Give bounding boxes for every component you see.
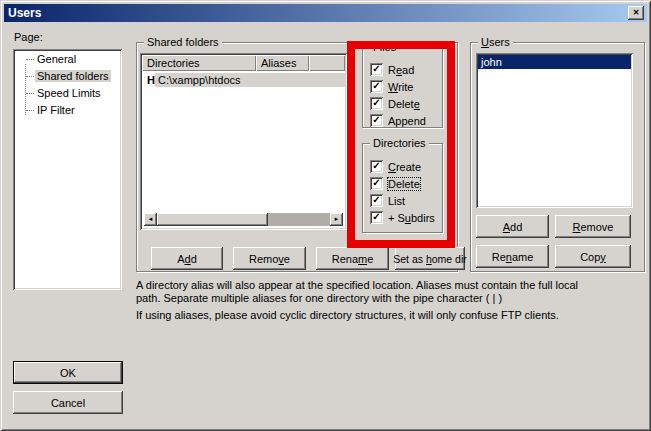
tree-item-shared-folders[interactable]: Shared folders — [15, 68, 120, 85]
remove-folder-button[interactable]: Remove — [233, 247, 306, 270]
append-checkbox[interactable]: ✓ — [370, 114, 383, 127]
delete-dir-checkbox[interactable]: ✓ — [370, 177, 383, 190]
close-icon[interactable]: ✕ — [628, 6, 644, 20]
column-header-aliases[interactable]: Aliases — [256, 55, 309, 71]
remove-user-button[interactable]: Remove — [555, 215, 631, 238]
tree-item-label: Shared folders — [35, 70, 111, 82]
rename-user-button[interactable]: Rename — [476, 245, 549, 268]
create-checkbox[interactable]: ✓ — [370, 160, 383, 173]
checkbox-row-write: ✓ Write — [370, 80, 413, 93]
alias-note-line1: A directory alias will also appear at th… — [136, 279, 578, 291]
rename-folder-button[interactable]: Rename — [316, 247, 389, 270]
cancel-button[interactable]: Cancel — [13, 391, 123, 414]
add-folder-button[interactable]: Add — [151, 247, 223, 270]
scrollbar-track[interactable] — [268, 213, 330, 226]
page-label: Page: — [14, 31, 43, 43]
checkbox-row-subdirs: ✓ + Subdirs — [370, 211, 435, 224]
users-dialog: Users ✕ Page: General Shared folders Spe… — [0, 0, 651, 431]
tree-item-speed-limits[interactable]: Speed Limits — [15, 85, 120, 102]
set-as-home-dir-button[interactable]: Set as home dir — [395, 247, 465, 270]
delete-file-checkbox[interactable]: ✓ — [370, 97, 383, 110]
files-permissions-group: Files ✓ Read ✓ Write ✓ Delete ✓ Append — [362, 47, 443, 128]
users-listbox-inner: john — [478, 55, 631, 206]
directories-permissions-group: Directories ✓ Create ✓ Delete ✓ List ✓ +… — [362, 143, 443, 233]
tree-item-general[interactable]: General — [15, 51, 120, 68]
write-label: Write — [388, 81, 413, 93]
listview-inner: Directories Aliases H C:\xampp\htdocs ◄ … — [142, 55, 345, 228]
append-label: Append — [388, 115, 426, 127]
create-label: Create — [388, 161, 421, 173]
users-group-label: Users — [478, 36, 513, 48]
user-list-item[interactable]: john — [478, 55, 631, 69]
horizontal-scrollbar[interactable]: ◄ ► — [144, 213, 343, 226]
tree-item-label: Speed Limits — [35, 87, 103, 99]
shared-folders-listview[interactable]: Directories Aliases H C:\xampp\htdocs ◄ … — [140, 53, 347, 230]
directories-group-label: Directories — [370, 137, 429, 149]
delete-dir-label: Delete — [388, 178, 420, 190]
write-checkbox[interactable]: ✓ — [370, 80, 383, 93]
column-header-filler — [309, 55, 345, 71]
files-group-label: Files — [370, 41, 399, 53]
add-user-button[interactable]: Add — [476, 215, 549, 238]
checkbox-row-create: ✓ Create — [370, 160, 421, 173]
checkbox-row-list: ✓ List — [370, 194, 405, 207]
subdirs-checkbox[interactable]: ✓ — [370, 211, 383, 224]
checkbox-row-read: ✓ Read — [370, 63, 414, 76]
directory-row[interactable]: H C:\xampp\htdocs — [142, 73, 345, 87]
tree-item-ip-filter[interactable]: IP Filter — [15, 102, 120, 119]
column-header-directories[interactable]: Directories — [142, 55, 256, 71]
tree-item-label: General — [35, 53, 78, 65]
page-tree-inner: General Shared folders Speed Limits IP F… — [15, 51, 120, 288]
page-tree[interactable]: General Shared folders Speed Limits IP F… — [13, 49, 122, 290]
title-bar[interactable]: Users ✕ — [4, 4, 647, 22]
read-checkbox[interactable]: ✓ — [370, 63, 383, 76]
copy-user-button[interactable]: Copy — [555, 245, 631, 268]
cyclic-note: If using aliases, please avoid cyclic di… — [136, 309, 559, 321]
alias-note-line2: path. Separate multiple aliases for one … — [136, 292, 502, 304]
list-label: List — [388, 195, 405, 207]
window-title: Users — [4, 6, 41, 20]
delete-file-label: Delete — [388, 98, 420, 110]
list-checkbox[interactable]: ✓ — [370, 194, 383, 207]
shared-folders-group-label: Shared folders — [144, 36, 222, 48]
listview-header: Directories Aliases — [142, 55, 345, 71]
scroll-left-icon[interactable]: ◄ — [144, 213, 157, 226]
home-dir-marker: H — [142, 73, 155, 87]
users-listbox[interactable]: john — [476, 53, 633, 208]
checkbox-row-delete-file: ✓ Delete — [370, 97, 420, 110]
ok-button[interactable]: OK — [13, 361, 123, 384]
scrollbar-thumb[interactable] — [157, 213, 268, 226]
checkbox-row-append: ✓ Append — [370, 114, 426, 127]
tree-item-label: IP Filter — [35, 104, 77, 116]
read-label: Read — [388, 64, 414, 76]
checkbox-row-delete-dir: ✓ Delete — [370, 177, 420, 190]
subdirs-label: + Subdirs — [388, 212, 435, 224]
scroll-right-icon[interactable]: ► — [330, 213, 343, 226]
directory-path: C:\xampp\htdocs — [155, 73, 345, 87]
